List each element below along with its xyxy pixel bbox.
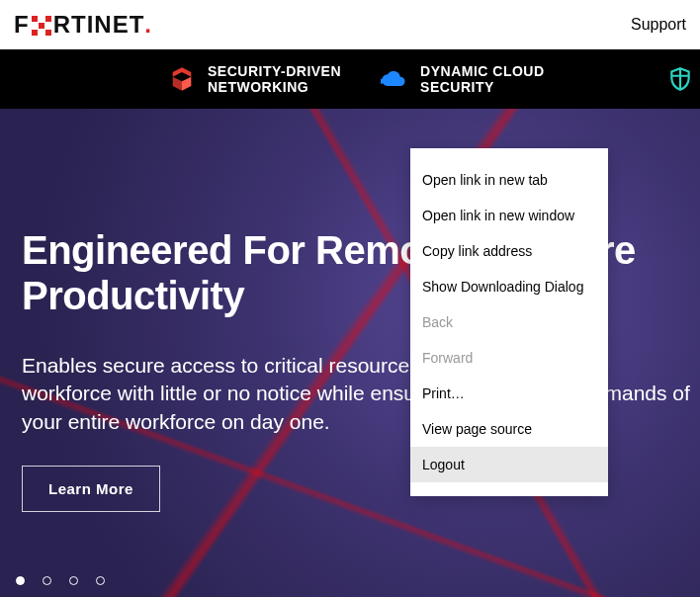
context-menu: Open link in new tabOpen link in new win… — [410, 148, 608, 496]
brand-o-icon — [32, 16, 51, 36]
carousel-dot-1[interactable] — [43, 576, 51, 585]
brand-logo[interactable]: F RTINET . — [14, 11, 152, 39]
primary-nav: SECURITY-DRIVEN NETWORKING DYNAMIC CLOUD… — [0, 49, 700, 109]
context-item-5: Forward — [410, 340, 608, 376]
nav-label-line1: DYNAMIC CLOUD — [420, 63, 545, 79]
svg-rect-1 — [381, 79, 383, 84]
nav-label-line1: SECURITY-DRIVEN — [208, 63, 341, 79]
context-item-8[interactable]: Logout — [410, 447, 608, 482]
carousel-dots — [16, 576, 105, 585]
context-item-7[interactable]: View page source — [410, 411, 608, 447]
context-item-0[interactable]: Open link in new tab — [410, 162, 608, 198]
brand-text-post: RTINET — [53, 11, 145, 39]
context-item-3[interactable]: Show Downloading Dialog — [410, 269, 608, 304]
topbar: F RTINET . Support — [0, 0, 700, 49]
carousel-dot-2[interactable] — [69, 576, 78, 585]
nav-item-overflow[interactable] — [666, 65, 700, 93]
context-item-2[interactable]: Copy link address — [410, 233, 608, 269]
cube-icon — [168, 65, 196, 93]
context-item-1[interactable]: Open link in new window — [410, 198, 608, 233]
carousel-dot-0[interactable] — [16, 576, 25, 585]
nav-label-line2: NETWORKING — [208, 79, 341, 95]
nav-item-dynamic-cloud[interactable]: DYNAMIC CLOUD SECURITY — [381, 63, 545, 95]
brand-text-pre: F — [14, 11, 30, 39]
learn-more-button[interactable]: Learn More — [22, 466, 160, 512]
svg-rect-0 — [385, 77, 387, 84]
support-link[interactable]: Support — [631, 16, 686, 34]
context-item-4: Back — [410, 304, 608, 340]
carousel-dot-3[interactable] — [96, 576, 105, 585]
nav-item-security-networking[interactable]: SECURITY-DRIVEN NETWORKING — [168, 63, 341, 95]
nav-label-line2: SECURITY — [420, 79, 545, 95]
cloud-icon — [381, 65, 408, 93]
context-item-6[interactable]: Print… — [410, 376, 608, 411]
shield-icon — [666, 65, 694, 93]
